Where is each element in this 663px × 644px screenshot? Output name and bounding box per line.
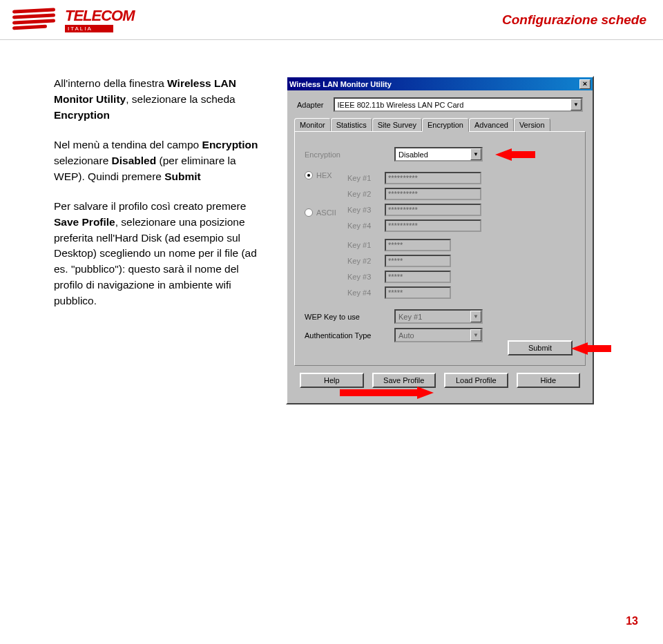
key-input[interactable]: ********** xyxy=(385,172,481,184)
tabs: Monitor Statistics Site Survey Encryptio… xyxy=(294,117,586,131)
paragraph-1: All'interno della finestra Wireless LAN … xyxy=(54,76,261,124)
wep-dropdown[interactable]: Key #1 ▼ xyxy=(394,309,483,324)
key-input[interactable]: ***** xyxy=(385,271,451,283)
submit-button[interactable]: Submit xyxy=(508,340,573,355)
logo-sub: ITALIA xyxy=(65,25,113,32)
tab-version[interactable]: Version xyxy=(514,118,550,132)
telecom-logo: TELECOM ITALIA xyxy=(12,6,135,34)
key-input[interactable]: ********** xyxy=(385,188,481,200)
tab-advanced[interactable]: Advanced xyxy=(469,118,514,132)
save-profile-button[interactable]: Save Profile xyxy=(372,373,436,388)
help-button[interactable]: Help xyxy=(300,373,364,388)
tab-statistics[interactable]: Statistics xyxy=(331,118,372,132)
hide-button[interactable]: Hide xyxy=(517,373,581,388)
adapter-label: Adapter xyxy=(297,101,324,109)
encryption-dropdown[interactable]: Disabled ▼ xyxy=(394,147,483,162)
key-input[interactable]: ***** xyxy=(385,255,451,267)
chevron-down-icon[interactable]: ▼ xyxy=(470,148,481,160)
logo-waves-icon xyxy=(12,6,61,34)
chevron-down-icon[interactable]: ▼ xyxy=(470,329,481,341)
arrow-icon xyxy=(417,387,434,399)
wep-label: WEP Key to use xyxy=(305,313,394,321)
page-header: TELECOM ITALIA Configurazione schede xyxy=(0,0,663,40)
auth-dropdown[interactable]: Auto ▼ xyxy=(394,328,483,342)
page-number: 13 xyxy=(626,615,638,627)
paragraph-2: Nel menù a tendina del campo Encryption … xyxy=(54,137,261,185)
encryption-label: Encryption xyxy=(305,150,394,159)
titlebar: Wireless LAN Monitor Utility × xyxy=(287,77,593,90)
arrow-icon xyxy=(495,148,512,161)
radio-hex[interactable]: HEX xyxy=(305,171,346,179)
radio-ascii[interactable]: ASCII xyxy=(305,208,346,217)
auth-label: Authentication Type xyxy=(305,331,394,340)
tab-encryption[interactable]: Encryption xyxy=(422,118,469,132)
load-profile-button[interactable]: Load Profile xyxy=(444,373,508,388)
key-input[interactable]: ********** xyxy=(385,204,481,216)
chevron-down-icon[interactable]: ▼ xyxy=(470,311,481,322)
logo-brand: TELECOM xyxy=(65,7,135,25)
arrow-icon xyxy=(571,342,588,355)
chevron-down-icon[interactable]: ▼ xyxy=(570,99,582,110)
wireless-dialog: Wireless LAN Monitor Utility × Adapter I… xyxy=(286,76,594,404)
tab-monitor[interactable]: Monitor xyxy=(294,118,331,132)
dialog-title: Wireless LAN Monitor Utility xyxy=(289,80,392,88)
page-title: Configurazione schede xyxy=(502,12,646,28)
adapter-dropdown[interactable]: IEEE 802.11b Wireless LAN PC Card ▼ xyxy=(334,97,583,112)
tab-sitesurvey[interactable]: Site Survey xyxy=(372,118,422,132)
paragraph-3: Per salvare il profilo così creato preme… xyxy=(54,199,261,310)
key-input[interactable]: ***** xyxy=(385,286,451,299)
tab-body: Encryption Disabled ▼ HEX ASCII Key #1**… xyxy=(294,131,586,366)
key-input[interactable]: ***** xyxy=(385,239,451,251)
close-icon[interactable]: × xyxy=(579,79,590,89)
key-input[interactable]: ********** xyxy=(385,219,481,232)
instruction-text: All'interno della finestra Wireless LAN … xyxy=(54,76,261,404)
